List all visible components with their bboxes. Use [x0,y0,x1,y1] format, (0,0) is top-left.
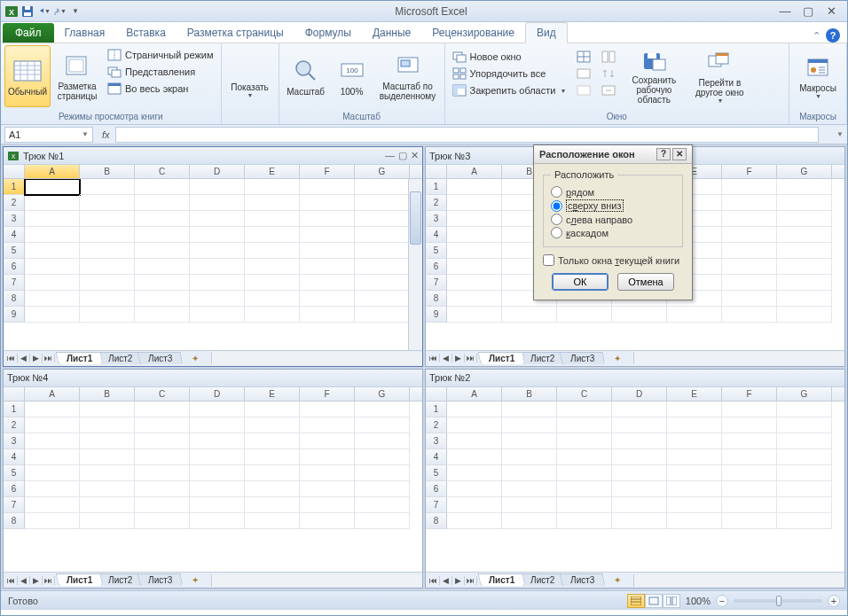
new-sheet-button[interactable]: ✦ [186,354,204,363]
cell-grid[interactable] [447,402,844,573]
horizontal-scrollbar[interactable] [211,352,422,364]
dialog-titlebar[interactable]: Расположение окон ? ✕ [534,145,692,164]
macros-button[interactable]: Макросы ▼ [793,45,843,107]
checkbox-current-book[interactable]: Только окна текущей книги [543,253,683,268]
tab-nav-next[interactable]: ▶ [30,354,43,363]
row-header[interactable]: 7 [4,275,25,291]
row-header[interactable]: 8 [4,291,25,307]
col-header[interactable]: C [135,165,190,178]
tab-review[interactable]: Рецензирование [421,23,525,43]
show-button[interactable]: Показать ▼ [225,45,275,107]
col-header[interactable]: D [190,165,245,178]
undo-icon[interactable]: ▼ [36,4,51,19]
minimize-icon[interactable]: — [776,4,794,19]
zoom-slider[interactable] [734,599,822,603]
tab-home[interactable]: Главная [54,23,116,43]
dialog-help-icon[interactable]: ? [656,148,671,160]
radio-vertical[interactable]: слева направо [551,213,675,226]
row-header[interactable]: 5 [4,243,25,259]
wb-close-icon[interactable]: ✕ [411,150,419,161]
maximize-icon[interactable]: ▢ [799,4,817,19]
tab-nav-first[interactable]: ⏮ [5,354,18,363]
formula-expand-icon[interactable]: ▼ [833,130,847,138]
custom-views-button[interactable]: Представления [104,64,217,80]
formula-input[interactable] [115,127,820,143]
excel-icon[interactable]: X [4,4,19,19]
tab-page-layout[interactable]: Разметка страницы [177,23,294,43]
wb-maximize-icon[interactable]: ▢ [398,150,407,161]
name-box[interactable]: A1 ▼ [4,127,93,143]
vertical-scrollbar[interactable] [408,179,422,350]
tab-view[interactable]: Вид [525,22,568,43]
tab-insert[interactable]: Вставка [115,23,177,43]
view-side-by-side-button[interactable] [598,49,619,65]
radio-horizontal[interactable]: сверху вниз [551,199,675,213]
split-button[interactable] [573,49,594,65]
col-header[interactable]: E [245,165,300,178]
full-screen-button[interactable]: Во весь экран [104,81,217,97]
save-workspace-icon [640,48,668,74]
row-header[interactable]: 3 [4,211,25,227]
col-header[interactable]: G [355,165,410,178]
page-break-toggle[interactable] [663,594,680,608]
freeze-panes-button[interactable]: Закрепить области▼ [449,82,570,98]
row-header[interactable]: 2 [4,195,25,211]
zoom-button[interactable]: Масштаб [283,45,329,107]
page-break-view-button[interactable]: Страничный режим [104,47,217,63]
ribbon-minimize-icon[interactable]: ⌃ [813,30,821,42]
col-header[interactable]: F [300,165,355,178]
row-header[interactable]: 6 [4,259,25,275]
zoom-out-button[interactable]: − [716,595,728,607]
radio-cascade[interactable]: каскадом [551,226,675,239]
help-icon[interactable]: ? [826,28,840,43]
tab-formulas[interactable]: Формулы [294,23,362,43]
reset-position-button[interactable] [598,82,619,98]
hide-button[interactable] [573,66,594,82]
tab-data[interactable]: Данные [362,23,421,43]
row-header[interactable]: 1 [4,179,25,195]
workbook-titlebar[interactable]: Трюк №4 [4,370,422,387]
sheet-tab[interactable]: Лист3 [137,352,184,364]
col-header[interactable]: B [80,165,135,178]
svg-rect-25 [401,60,410,66]
save-workspace-button[interactable]: Сохранить рабочую область [623,45,685,107]
workbook-titlebar[interactable]: Трюк №2 [426,370,844,387]
name-box-dropdown-icon[interactable]: ▼ [82,130,89,138]
column-headers: A B C D E F G [4,165,422,179]
redo-icon[interactable]: ▼ [52,4,67,19]
cancel-button[interactable]: Отмена [617,273,674,291]
page-layout-view-button[interactable]: Разметка страницы [54,45,100,107]
save-icon[interactable] [20,4,35,19]
dialog-close-icon[interactable]: ✕ [672,148,687,160]
file-tab[interactable]: Файл [3,23,54,43]
ok-button[interactable]: ОК [552,273,609,291]
unhide-button[interactable] [573,82,594,98]
radio-tiled[interactable]: ррядомядом [551,185,675,199]
workbook-titlebar[interactable]: X Трюк №1 — ▢ ✕ [4,147,422,165]
normal-view-toggle[interactable] [627,594,645,608]
sheet-tab[interactable]: Лист1 [56,352,104,364]
row-header[interactable]: 4 [4,227,25,243]
zoom-selection-button[interactable]: Масштаб по выделенному [375,45,441,107]
cell-grid[interactable] [25,402,422,573]
row-header[interactable]: 9 [4,307,25,323]
new-window-button[interactable]: Новое окно [449,49,570,65]
cell-grid[interactable] [25,179,422,350]
qat-customize-icon[interactable]: ▼ [68,4,82,19]
fx-button[interactable]: fx [97,129,115,140]
tab-nav-prev[interactable]: ◀ [18,354,30,363]
zoom-in-button[interactable]: + [828,595,840,607]
wb-minimize-icon[interactable]: — [385,150,395,161]
normal-view-button[interactable]: Обычный [4,45,51,107]
tab-nav-last[interactable]: ⏭ [43,354,55,363]
zoom-level[interactable]: 100% [686,596,711,606]
zoom-100-button[interactable]: 100 100% [333,45,372,107]
sync-scroll-button[interactable] [598,66,619,82]
select-all-corner[interactable] [4,165,25,178]
cell-a1[interactable] [25,179,80,195]
page-layout-toggle[interactable] [645,594,663,608]
switch-windows-button[interactable]: Перейти в другое окно ▼ [688,45,750,107]
arrange-all-button[interactable]: Упорядочить все [449,66,570,82]
col-header[interactable]: A [25,165,80,178]
close-icon[interactable]: ✕ [822,4,840,19]
